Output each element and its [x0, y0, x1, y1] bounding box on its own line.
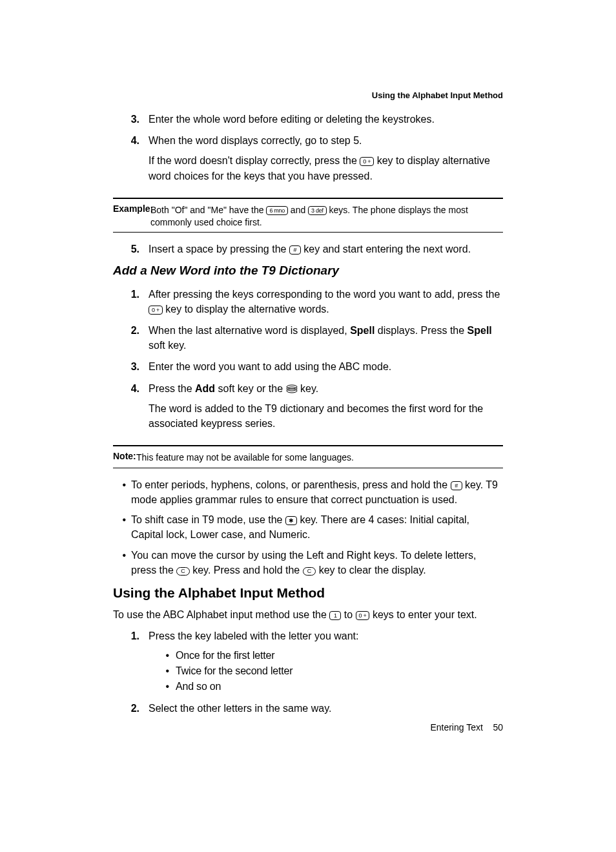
step-4: 4. When the word displays correctly, go … — [113, 133, 503, 189]
text-fragment: key to clear the display. — [316, 565, 426, 576]
ok-key-icon — [286, 384, 298, 393]
step-body: Enter the whole word before editing or d… — [149, 112, 503, 127]
step-body: When the last alternative word is displa… — [149, 323, 503, 353]
sub-bullet-text: Once for the first letter — [176, 649, 274, 663]
step-3: 3. Enter the whole word before editing o… — [113, 112, 503, 127]
bullet-body: To enter periods, hyphens, colons, or pa… — [131, 477, 503, 507]
step-text: The word is added to the T9 dictionary a… — [149, 401, 503, 431]
bold-text: Spell — [350, 325, 375, 336]
text-fragment: key. Press and hold the — [190, 565, 303, 576]
text-fragment: To shift case in T9 mode, use the — [131, 514, 285, 525]
divider — [113, 468, 503, 468]
intro-paragraph: To use the ABC Alphabet input method use… — [113, 607, 503, 622]
text-fragment: To enter periods, hyphens, colons, or pa… — [131, 479, 451, 490]
step-number: 4. — [113, 133, 149, 189]
footer-page-number: 50 — [493, 722, 503, 733]
step-5: 5. Insert a space by pressing the # key … — [113, 242, 503, 256]
example-callout: Example: Both "Of" and "Me" have the 6 m… — [113, 203, 503, 229]
bullet-item: • To shift case in T9 mode, use the ✱ ke… — [113, 512, 503, 542]
text-fragment: key to display the alternative words. — [163, 304, 329, 315]
key-zero-icon: 0 + — [356, 611, 370, 620]
step-number: 2. — [113, 701, 149, 716]
text-fragment: displays. Press the — [375, 325, 467, 336]
key-three-icon: 3 def — [308, 206, 327, 215]
step-body: Insert a space by pressing the # key and… — [149, 242, 503, 256]
key-zero-icon: 0 + — [149, 306, 163, 315]
key-star-icon: ✱ — [285, 516, 297, 525]
step-body: Press the key labeled with the letter yo… — [149, 629, 503, 694]
callout-body: This feature may not be available for so… — [113, 452, 503, 464]
key-hash-icon: # — [289, 245, 301, 255]
step-3b: 3. Enter the word you want to add using … — [113, 359, 503, 374]
text-fragment: key and start entering the next word. — [301, 244, 471, 255]
callout-label: Example: — [113, 203, 153, 214]
sub-bullet: • Once for the first letter — [149, 649, 503, 663]
callout-label: Note: — [113, 451, 136, 461]
text-fragment: keys to enter your text. — [369, 609, 477, 620]
bold-text: Spell — [467, 325, 492, 336]
step-4b: 4. Press the Add soft key or the key. Th… — [113, 381, 503, 437]
text-fragment: key. — [298, 383, 319, 394]
step-body: Press the Add soft key or the key. The w… — [149, 381, 503, 437]
key-c-icon: C — [176, 567, 190, 576]
text-fragment: and — [288, 205, 308, 215]
sub-bullet-text: And so on — [176, 680, 221, 694]
text-fragment: If the word doesn't display correctly, p… — [149, 155, 360, 166]
step-text: Press the Add soft key or the key. — [149, 381, 503, 396]
divider — [113, 232, 503, 233]
text-fragment: to — [341, 609, 355, 620]
text-fragment: When the last alternative word is displa… — [149, 325, 350, 336]
text-fragment: Insert a space by pressing the — [149, 244, 289, 255]
step-body: Select the other letters in the same way… — [149, 701, 503, 716]
step-text: Press the key labeled with the letter yo… — [149, 629, 503, 643]
step-number: 3. — [113, 112, 149, 127]
section-heading: Using the Alphabet Input Method — [113, 585, 503, 601]
text-fragment: soft key or the — [215, 383, 285, 394]
key-hash-icon: # — [451, 481, 462, 490]
bullet-marker: • — [113, 548, 131, 577]
step-number: 5. — [113, 242, 149, 256]
bullet-item: • You can move the cursor by using the L… — [113, 548, 503, 577]
step-number: 4. — [113, 381, 149, 437]
step-number: 3. — [113, 359, 149, 374]
step-1c: 1. Press the key labeled with the letter… — [113, 629, 503, 694]
step-number: 1. — [113, 629, 149, 694]
step-number: 1. — [113, 287, 149, 317]
note-callout: Note: This feature may not be available … — [113, 450, 503, 464]
bullet-marker: • — [149, 680, 176, 694]
sub-bullet: • Twice for the second letter — [149, 664, 503, 678]
callout-body: Both "Of" and "Me" have the 6 mno and 3 … — [113, 204, 503, 229]
text-fragment: soft key. — [149, 340, 186, 351]
bullet-body: You can move the cursor by using the Lef… — [131, 548, 503, 577]
text-fragment: Press the — [149, 383, 195, 394]
bullet-marker: • — [113, 512, 131, 542]
bullet-marker: • — [149, 649, 176, 663]
bullet-marker: • — [113, 477, 131, 507]
step-body: After pressing the keys corresponding to… — [149, 287, 503, 317]
footer-section: Entering Text — [430, 722, 482, 733]
divider — [113, 445, 503, 446]
subsection-heading: Add a New Word into the T9 Dictionary — [113, 264, 503, 278]
sub-bullet: • And so on — [149, 680, 503, 694]
page-content: Using the Alphabet Input Method 3. Enter… — [0, 0, 616, 761]
key-one-icon: 1 — [329, 611, 341, 620]
bullet-item: • To enter periods, hyphens, colons, or … — [113, 477, 503, 507]
bold-text: Add — [195, 383, 215, 394]
step-number: 2. — [113, 323, 149, 353]
key-c-icon: C — [303, 567, 316, 576]
text-fragment: Both "Of" and "Me" have the — [150, 205, 266, 215]
step-2: 2. When the last alternative word is dis… — [113, 323, 503, 353]
step-body: Enter the word you want to add using the… — [149, 359, 503, 374]
step-text: When the word displays correctly, go to … — [149, 133, 503, 148]
page-footer: Entering Text 50 — [430, 722, 503, 733]
divider — [113, 198, 503, 199]
bullet-body: To shift case in T9 mode, use the ✱ key.… — [131, 512, 503, 542]
key-six-icon: 6 mno — [266, 206, 288, 215]
step-body: When the word displays correctly, go to … — [149, 133, 503, 189]
bullet-marker: • — [149, 664, 176, 678]
step-2c: 2. Select the other letters in the same … — [113, 701, 503, 716]
step-text: If the word doesn't display correctly, p… — [149, 153, 503, 183]
running-head: Using the Alphabet Input Method — [113, 90, 503, 100]
step-1: 1. After pressing the keys corresponding… — [113, 287, 503, 317]
text-fragment: After pressing the keys corresponding to… — [149, 289, 500, 300]
